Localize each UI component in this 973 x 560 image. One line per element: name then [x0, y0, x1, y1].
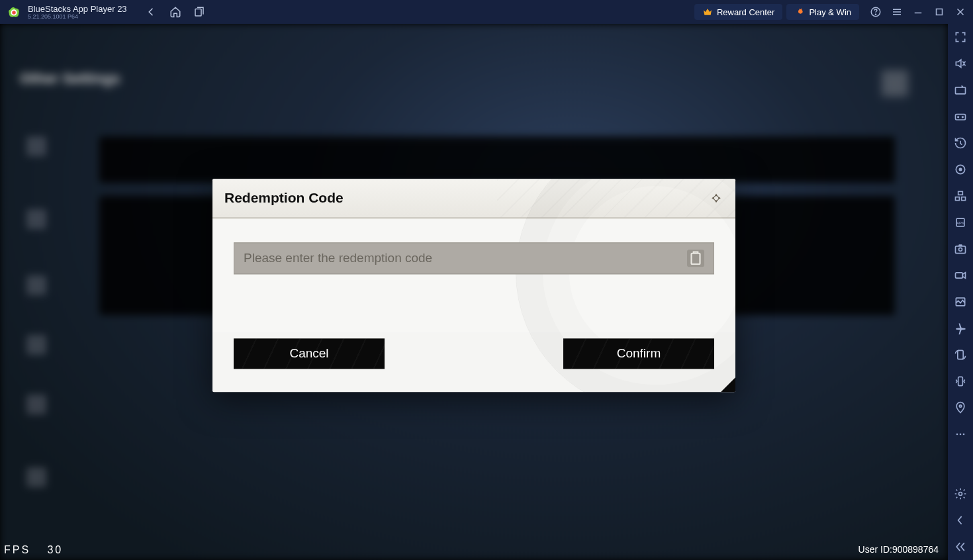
cancel-button[interactable]: Cancel — [234, 338, 385, 369]
redemption-code-input[interactable] — [244, 251, 687, 265]
shake-icon[interactable] — [954, 375, 967, 388]
redemption-modal: Redemption Code Cancel Confirm — [212, 179, 735, 392]
fps-value: 30 — [47, 544, 63, 555]
titlebar: BlueStacks App Player 23 5.21.205.1001 P… — [0, 0, 973, 24]
confirm-button[interactable]: Confirm — [563, 338, 714, 369]
recents-button[interactable] — [193, 6, 205, 18]
fire-icon — [794, 7, 805, 17]
history-icon[interactable] — [954, 136, 967, 150]
fullscreen-icon[interactable] — [954, 30, 967, 44]
volume-icon[interactable] — [954, 57, 967, 70]
maximize-button[interactable] — [933, 6, 945, 18]
game-viewport: Other Settings FPS 30 User ID:900898764 … — [0, 24, 948, 560]
apk-install-icon[interactable]: APK — [954, 216, 967, 229]
modal-header: Redemption Code — [212, 179, 735, 218]
multi-instance-icon[interactable] — [954, 189, 967, 203]
confirm-button-label: Confirm — [617, 346, 661, 361]
app-title: BlueStacks App Player 23 — [28, 5, 127, 13]
svg-rect-12 — [956, 115, 966, 120]
close-window-button[interactable] — [954, 6, 966, 18]
fps-counter: FPS 30 — [4, 543, 63, 556]
menu-button[interactable] — [891, 6, 903, 18]
svg-rect-17 — [956, 197, 960, 201]
user-id-display: User ID:900898764 — [858, 544, 939, 555]
reward-center-button[interactable]: Reward Center — [694, 4, 782, 20]
settings-icon[interactable] — [954, 487, 967, 500]
paste-icon[interactable] — [687, 250, 704, 267]
modal-corner-decoration — [721, 377, 735, 392]
svg-point-28 — [959, 405, 961, 407]
svg-rect-22 — [956, 246, 966, 254]
record-icon[interactable] — [954, 269, 967, 282]
svg-point-29 — [956, 434, 958, 436]
modal-title: Redemption Code — [224, 190, 344, 206]
more-icon[interactable] — [954, 428, 967, 441]
location-icon[interactable] — [954, 401, 967, 414]
collapse-toolbar-icon[interactable] — [954, 540, 967, 553]
bg-close-icon — [882, 70, 908, 97]
svg-marker-8 — [712, 196, 715, 201]
user-id-label: User ID: — [858, 544, 892, 555]
svg-point-30 — [960, 434, 962, 436]
svg-marker-9 — [718, 196, 721, 201]
svg-point-14 — [962, 117, 964, 118]
rotate-icon[interactable] — [954, 348, 967, 361]
svg-point-16 — [959, 168, 961, 170]
airplane-icon[interactable] — [954, 322, 967, 335]
fps-label: FPS — [4, 544, 30, 555]
keymap-icon[interactable] — [954, 83, 967, 97]
modal-close-button[interactable] — [705, 187, 727, 209]
app-subtitle: 5.21.205.1001 P64 — [28, 14, 127, 20]
svg-rect-10 — [692, 254, 700, 264]
minimize-button[interactable] — [912, 6, 924, 18]
sync-icon[interactable] — [954, 163, 967, 176]
svg-point-4 — [875, 14, 876, 15]
side-toolbar: APK — [948, 24, 973, 560]
home-button[interactable] — [169, 6, 181, 18]
user-id-value: 900898764 — [892, 544, 939, 555]
svg-rect-19 — [958, 191, 963, 195]
play-and-win-button[interactable]: Play & Win — [786, 4, 859, 20]
svg-rect-26 — [958, 350, 963, 359]
svg-text:APK: APK — [956, 221, 964, 225]
help-button[interactable] — [870, 6, 882, 18]
svg-rect-24 — [956, 273, 963, 278]
svg-rect-11 — [956, 87, 966, 94]
svg-rect-18 — [962, 197, 966, 201]
svg-point-32 — [959, 492, 962, 496]
controls-editor-icon[interactable] — [954, 110, 967, 123]
svg-point-31 — [963, 434, 965, 436]
redemption-code-field[interactable] — [234, 242, 714, 274]
svg-point-13 — [958, 117, 959, 118]
bg-settings-title: Other Settings — [20, 70, 120, 87]
media-icon[interactable] — [954, 295, 967, 308]
back-button[interactable] — [146, 6, 158, 18]
play-and-win-label: Play & Win — [809, 7, 851, 17]
modal-footer: Cancel Confirm — [212, 332, 735, 392]
svg-point-1 — [12, 11, 16, 15]
modal-body — [212, 218, 735, 332]
cancel-button-label: Cancel — [289, 346, 328, 361]
bluestacks-logo-icon — [7, 5, 21, 19]
svg-rect-2 — [195, 9, 201, 17]
title-block: BlueStacks App Player 23 5.21.205.1001 P… — [28, 5, 127, 20]
screenshot-icon[interactable] — [954, 242, 967, 256]
collapse-back-icon[interactable] — [954, 514, 967, 527]
svg-point-23 — [959, 248, 962, 251]
svg-rect-5 — [937, 9, 943, 15]
crown-icon — [702, 7, 713, 17]
svg-rect-27 — [958, 377, 963, 385]
reward-center-label: Reward Center — [717, 7, 774, 17]
